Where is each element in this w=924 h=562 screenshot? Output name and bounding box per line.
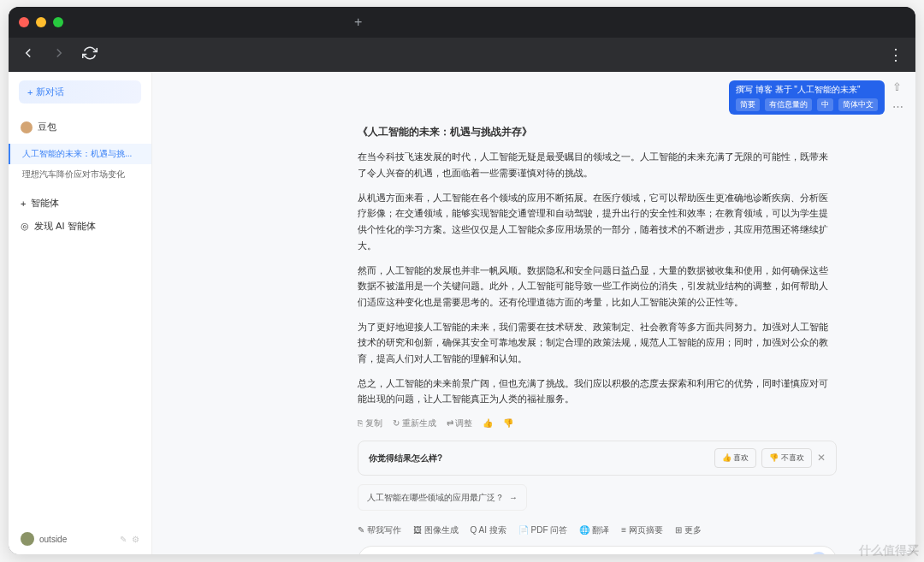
prompt-tag: 简要 — [736, 98, 760, 111]
sidebar: + 新对话 豆包 人工智能的未来：机遇与挑... 理想汽车降价应对市场变化 + … — [9, 72, 152, 554]
tool-image[interactable]: 🖼 图像生成 — [413, 523, 459, 537]
maximize-window-icon[interactable] — [53, 17, 63, 27]
close-icon[interactable]: ✕ — [817, 449, 826, 466]
tool-summary[interactable]: ≡ 网页摘要 — [621, 523, 663, 537]
forward-icon[interactable] — [51, 45, 67, 64]
conversation-item[interactable]: 人工智能的未来：机遇与挑... — [9, 144, 151, 164]
prompt-pill: 撰写 博客 基于 "人工智能的未来" 简要 有信息量的 中 简体中文 — [729, 80, 885, 115]
sidebar-footer[interactable]: outside ✎ ⚙ — [9, 524, 151, 554]
new-chat-button[interactable]: + 新对话 — [19, 80, 141, 104]
copy-button[interactable]: ⎘ 复制 — [358, 416, 382, 430]
sidebar-agents[interactable]: + 智能体 — [9, 192, 151, 215]
conversation-list: 人工智能的未来：机遇与挑... 理想汽车降价应对市场变化 — [9, 144, 151, 185]
agents-label: 智能体 — [31, 197, 59, 210]
tool-more[interactable]: ⊞ 更多 — [675, 523, 702, 537]
prompt-title: 撰写 博客 基于 "人工智能的未来" — [736, 84, 878, 96]
new-tab-icon[interactable]: + — [354, 15, 362, 30]
mic-icon[interactable]: 🎤 — [367, 553, 379, 554]
user-avatar-icon — [21, 532, 34, 546]
arrow-right-icon: → — [509, 490, 518, 505]
tool-search[interactable]: Q AI 搜索 — [471, 523, 506, 537]
dislike-button[interactable]: 👎 不喜欢 — [761, 448, 812, 468]
watermark: 什么值得买 — [859, 543, 919, 559]
feedback-box: 你觉得结果怎么样? 👍 喜欢 👎 不喜欢 ✕ — [358, 441, 837, 476]
assistant-avatar-icon — [21, 121, 33, 133]
discover-label: 发现 AI 智能体 — [34, 220, 96, 233]
tool-strip: ✎ 帮我写作 🖼 图像生成 Q AI 搜索 📄 PDF 问答 🌐 翻译 ≡ 网页… — [358, 523, 837, 537]
article-paragraph: 总之，人工智能的未来前景广阔，但也充满了挑战。我们应以积极的态度去探索和利用它的… — [358, 376, 837, 407]
article-paragraph: 在当今科技飞速发展的时代，人工智能无疑是最受瞩目的领域之一。人工智能的未来充满了… — [358, 149, 837, 180]
minimize-window-icon[interactable] — [36, 17, 46, 27]
username: outside — [39, 535, 67, 544]
article-paragraph: 为了更好地迎接人工智能的未来，我们需要在技术研发、政策制定、社会教育等多方面共同… — [358, 319, 837, 367]
tool-translate[interactable]: 🌐 翻译 — [579, 523, 609, 537]
main-area: ⇧ ⋯ 撰写 博客 基于 "人工智能的未来" 简要 有信息量的 中 简体中文 《… — [152, 72, 915, 554]
browser-toolbar: ⋮ — [9, 38, 915, 72]
titlebar: + — [9, 7, 915, 38]
chat-input-box: 🎤 ↑ — [358, 546, 837, 554]
prompt-tag: 中 — [817, 98, 833, 111]
send-button[interactable]: ↑ — [810, 552, 827, 554]
article-paragraph: 然而，人工智能的发展也并非一帆风顺。数据隐私和安全问题日益凸显，大量的数据被收集… — [358, 263, 837, 311]
more-icon[interactable]: ⋯ — [892, 100, 903, 113]
prompt-tag: 有信息量的 — [765, 98, 812, 111]
tool-write[interactable]: ✎ 帮我写作 — [358, 523, 401, 537]
like-button[interactable]: 👍 喜欢 — [714, 448, 757, 468]
plus-small-icon: + — [21, 198, 26, 209]
back-icon[interactable] — [21, 45, 36, 64]
tool-pdf[interactable]: 📄 PDF 问答 — [518, 523, 568, 537]
article-title: 《人工智能的未来：机遇与挑战并存》 — [358, 123, 837, 140]
assistant-label: 豆包 — [38, 121, 56, 133]
article-paragraph: 从机遇方面来看，人工智能在各个领域的应用不断拓展。在医疗领域，它可以帮助医生更准… — [358, 190, 837, 254]
thumbs-up-icon[interactable]: 👍 — [483, 416, 493, 430]
plus-icon: + — [27, 87, 33, 98]
close-window-icon[interactable] — [19, 17, 29, 27]
reload-icon[interactable] — [82, 45, 98, 64]
article: 《人工智能的未来：机遇与挑战并存》 在当今科技飞速发展的时代，人工智能无疑是最受… — [358, 123, 837, 554]
suggestion-text: 人工智能在哪些领域的应用最广泛？ — [367, 490, 504, 505]
thumbs-down-icon[interactable]: 👎 — [503, 416, 513, 430]
assistant-item[interactable]: 豆包 — [9, 115, 151, 139]
feedback-question: 你觉得结果怎么样? — [369, 451, 442, 465]
adjust-button[interactable]: ⇄ 调整 — [447, 416, 473, 430]
prompt-tag: 简体中文 — [838, 98, 878, 111]
browser-menu-icon[interactable]: ⋮ — [888, 45, 903, 64]
message-actions: ⎘ 复制 ↻ 重新生成 ⇄ 调整 👍 👎 — [358, 416, 837, 430]
settings-icon[interactable]: ⚙ — [132, 535, 139, 544]
suggestion-chip[interactable]: 人工智能在哪些领域的应用最广泛？ → — [358, 484, 527, 511]
conversation-item[interactable]: 理想汽车降价应对市场变化 — [9, 164, 151, 185]
sidebar-discover[interactable]: ◎ 发现 AI 智能体 — [9, 215, 151, 238]
edit-icon[interactable]: ✎ — [120, 535, 127, 544]
new-chat-label: 新对话 — [36, 86, 64, 98]
share-icon[interactable]: ⇧ — [892, 80, 903, 93]
compass-icon: ◎ — [21, 221, 29, 232]
regenerate-button[interactable]: ↻ 重新生成 — [393, 416, 436, 430]
